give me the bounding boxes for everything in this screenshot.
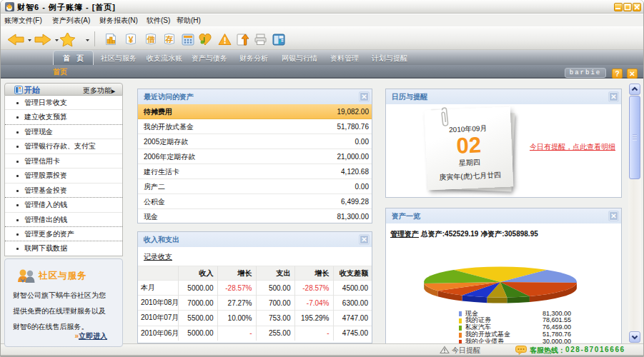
svg-text:存: 存 (165, 35, 174, 44)
svg-text:借: 借 (147, 35, 156, 44)
svg-text:¥: ¥ (129, 35, 134, 45)
